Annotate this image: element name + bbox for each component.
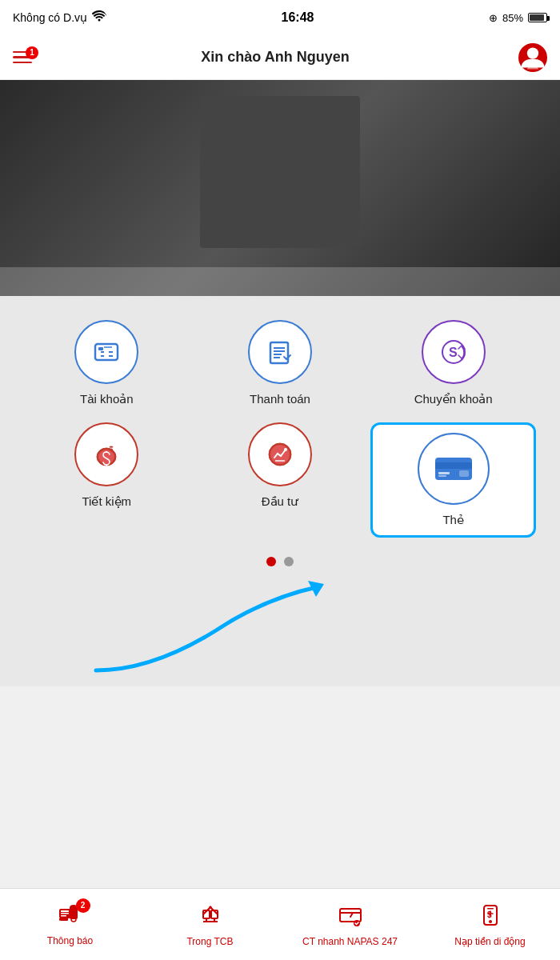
nav-ct-nhanh-napas[interactable]: CT nhanh NAPAS 247 [280, 902, 420, 947]
banner-bottom-bar [0, 267, 560, 296]
grid-item-tai-khoan[interactable]: Tài khoản [24, 320, 190, 406]
notification-badge: 2 [76, 898, 90, 913]
notification-icon: 2 [58, 903, 82, 931]
grid-item-the[interactable]: Thẻ [370, 422, 536, 538]
nap-tien-label: Nạp tiền di động [454, 936, 525, 947]
location-icon: ⊕ [489, 12, 498, 24]
nav-thong-bao[interactable]: 2 Thông báo [0, 903, 140, 946]
transfer-icon-circle: S [422, 320, 486, 384]
time-text: 16:48 [282, 10, 314, 25]
menu-button[interactable]: 1 [13, 51, 32, 64]
svg-rect-2 [98, 347, 103, 350]
account-icon-circle [74, 320, 138, 384]
payment-icon-circle [248, 320, 312, 384]
profile-button[interactable] [518, 43, 547, 72]
svg-rect-32 [487, 908, 494, 910]
nav-trong-tcb[interactable]: Trong TCB [140, 902, 280, 947]
trong-tcb-label: Trong TCB [186, 936, 233, 947]
tcb-icon [197, 902, 224, 932]
napas-icon [337, 902, 364, 932]
svg-text:S: S [449, 346, 458, 359]
page-dots [24, 557, 536, 566]
svg-rect-26 [61, 915, 66, 917]
dau-tu-label: Đầu tư [262, 494, 299, 509]
svg-rect-17 [438, 475, 446, 477]
svg-rect-29 [340, 909, 361, 922]
svg-rect-16 [438, 472, 450, 474]
banner-image [200, 96, 360, 248]
menu-badge: 1 [26, 46, 38, 59]
svg-point-10 [110, 449, 113, 451]
the-label: Thẻ [442, 513, 464, 527]
nav-nap-tien[interactable]: $ Nạp tiền di động [420, 902, 560, 947]
grid-item-chuyen-khoan[interactable]: S Chuyển khoản [370, 320, 536, 406]
grid-item-thanh-toan[interactable]: Thanh toán [198, 320, 363, 406]
dot-1[interactable] [266, 557, 276, 566]
grid-item-tiet-kiem[interactable]: Tiết kiệm [24, 422, 190, 538]
svg-point-0 [527, 47, 538, 58]
svg-rect-18 [459, 470, 469, 477]
tai-khoan-label: Tài khoản [80, 392, 134, 406]
banner [0, 80, 560, 296]
chuyen-khoan-label: Chuyển khoản [414, 392, 493, 406]
status-bar: Không có D.vụ 16:48 ⊕ 85% [0, 0, 560, 35]
tiet-kiem-label: Tiết kiệm [82, 494, 132, 509]
savings-icon-circle [74, 422, 138, 486]
page-title: Xin chào Anh Nguyen [201, 49, 349, 66]
top-nav: 1 Xin chào Anh Nguyen [0, 35, 560, 80]
svg-rect-25 [61, 913, 69, 914]
cyan-arrow [72, 574, 392, 678]
feature-grid: Tài khoản Thanh toán S [24, 320, 536, 538]
svg-rect-1 [95, 344, 118, 360]
arrow-annotation [24, 574, 536, 670]
wifi-icon [92, 10, 106, 25]
main-content: Tài khoản Thanh toán S [0, 296, 560, 686]
battery-icon [528, 13, 547, 22]
grid-item-dau-tu[interactable]: Đầu tư [198, 422, 363, 538]
svg-point-13 [284, 448, 287, 451]
thong-bao-label: Thông báo [47, 935, 93, 946]
investment-icon-circle [248, 422, 312, 486]
battery-text: 85% [502, 12, 523, 24]
svg-point-33 [489, 920, 492, 923]
dot-2[interactable] [284, 557, 294, 566]
card-icon-circle [418, 433, 490, 505]
svg-rect-3 [270, 342, 288, 363]
topup-icon: $ [479, 902, 502, 932]
svg-text:$: $ [487, 910, 492, 919]
napas-label: CT nhanh NAPAS 247 [302, 936, 398, 947]
svg-rect-24 [61, 910, 69, 912]
svg-rect-15 [435, 462, 472, 469]
carrier-text: Không có D.vụ [13, 11, 87, 24]
thanh-toan-label: Thanh toán [250, 392, 310, 406]
bottom-nav: 2 Thông báo Trong TCB [0, 888, 560, 960]
